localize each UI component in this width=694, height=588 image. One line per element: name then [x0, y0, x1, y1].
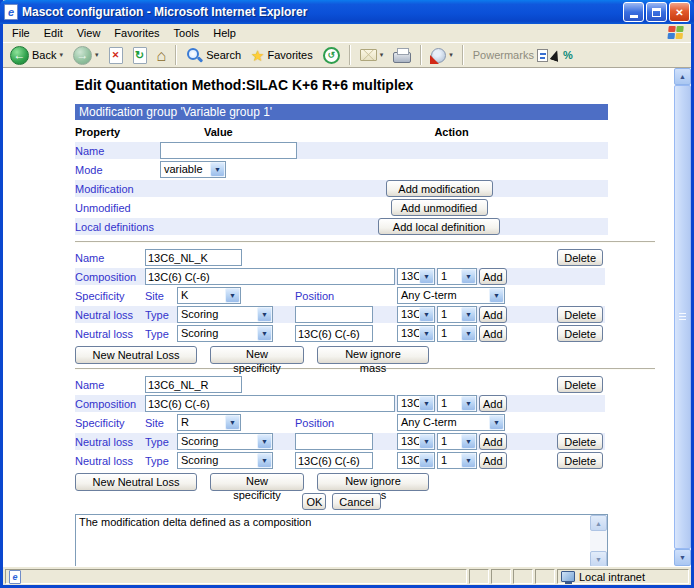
add-element-button[interactable]: Add — [479, 268, 507, 285]
add-nl-element-button[interactable]: Add — [479, 433, 507, 450]
textarea-scrollbar[interactable]: ▲ ▼ — [590, 515, 607, 566]
add-unmodified-button[interactable]: Add unmodified — [391, 199, 488, 216]
nl-type-select[interactable]: Scoring▼ — [177, 325, 273, 342]
scroll-up-button[interactable]: ▲ — [674, 68, 691, 85]
delete-mod-button[interactable]: Delete — [557, 249, 603, 266]
count-select[interactable]: 1▼ — [437, 268, 477, 285]
chevron-down-icon: ▼ — [257, 434, 272, 449]
maximize-button[interactable] — [646, 2, 667, 22]
scroll-down-button[interactable]: ▼ — [674, 549, 691, 566]
description-text[interactable]: The modification delta defined as a comp… — [76, 515, 590, 566]
delete-nl-button[interactable]: Delete — [557, 325, 603, 342]
powermarks-page-icon[interactable] — [537, 49, 548, 62]
add-nl-element-button[interactable]: Add — [479, 325, 507, 342]
nl-composition-input[interactable] — [295, 306, 373, 323]
nl-element-select[interactable]: 13C▼ — [397, 433, 435, 450]
menu-help[interactable]: Help — [206, 25, 243, 41]
add-element-button[interactable]: Add — [479, 395, 507, 412]
chevron-down-icon: ▼ — [257, 307, 272, 322]
scroll-down-icon[interactable]: ▼ — [590, 551, 607, 566]
nl-element-select[interactable]: 13C▼ — [397, 452, 435, 469]
minimize-button[interactable] — [623, 2, 644, 22]
add-nl-element-button[interactable]: Add — [479, 306, 507, 323]
cancel-button[interactable]: Cancel — [332, 493, 380, 510]
composition-input[interactable] — [145, 268, 395, 285]
nl-count-select[interactable]: 1▼ — [437, 433, 477, 450]
chevron-down-icon: ▼ — [210, 162, 225, 177]
element-select[interactable]: 13C▼ — [397, 395, 435, 412]
powermarks-pen-icon[interactable] — [549, 48, 561, 61]
mod-name-label: Name — [75, 376, 145, 393]
nl-composition-input[interactable] — [295, 325, 373, 342]
intranet-zone-icon — [561, 571, 575, 582]
nl-count-select[interactable]: 1▼ — [437, 452, 477, 469]
nl-type-select[interactable]: Scoring▼ — [177, 306, 273, 323]
scroll-up-icon[interactable]: ▲ — [590, 515, 607, 531]
stop-button[interactable]: ✕ — [106, 46, 126, 65]
powermarks-percent-icon[interactable]: % — [563, 49, 573, 61]
home-button[interactable]: ⌂ — [154, 46, 170, 65]
mod-name-input[interactable] — [145, 376, 242, 393]
description-textarea[interactable]: The modification delta defined as a comp… — [75, 514, 608, 566]
mode-select[interactable]: variable ▼ — [160, 161, 226, 178]
new-specificity-button[interactable]: New specificity — [210, 346, 304, 364]
nl-type-select-value: Scoring — [178, 434, 257, 449]
add-nl-element-button[interactable]: Add — [479, 452, 507, 469]
group-name-label: Name — [75, 142, 160, 159]
nl-composition-input[interactable] — [295, 433, 373, 450]
forward-button[interactable]: → ▾ — [70, 45, 102, 66]
delete-nl-button[interactable]: Delete — [557, 433, 603, 450]
nl-type-select[interactable]: Scoring▼ — [177, 433, 273, 450]
menu-edit[interactable]: Edit — [37, 25, 70, 41]
menu-view[interactable]: View — [70, 25, 108, 41]
count-select[interactable]: 1▼ — [437, 395, 477, 412]
new-ignore-mass-button[interactable]: New ignore mass — [317, 473, 429, 491]
new-ignore-mass-button[interactable]: New ignore mass — [317, 346, 429, 364]
convert-to-pdf-button[interactable]: ▾ — [428, 47, 456, 64]
add-local-definition-button[interactable]: Add local definition — [378, 218, 500, 235]
nl-element-select[interactable]: 13C▼ — [397, 306, 435, 323]
element-select[interactable]: 13C▼ — [397, 268, 435, 285]
vertical-scrollbar[interactable]: ▲ ▼ — [674, 68, 691, 566]
menu-favorites[interactable]: Favorites — [107, 25, 166, 41]
menu-file[interactable]: File — [5, 25, 37, 41]
close-button[interactable]: ✕ — [669, 2, 690, 22]
block-buttons-row: New Neutral Loss New specificity New ign… — [75, 346, 583, 364]
position-select[interactable]: Any C-term▼ — [397, 287, 505, 304]
add-modification-button[interactable]: Add modification — [386, 180, 493, 197]
print-button[interactable] — [390, 47, 414, 64]
nl-count-select[interactable]: 1▼ — [437, 325, 477, 342]
nl-count-select[interactable]: 1▼ — [437, 306, 477, 323]
ok-button[interactable]: OK — [302, 493, 326, 510]
group-local-definitions-row: Local definitions Add local definition — [75, 218, 608, 235]
neutral-loss-row: Neutral loss Type Scoring▼ 13C▼ 1▼ Add D… — [75, 325, 605, 342]
refresh-button[interactable]: ↻ — [130, 46, 150, 65]
new-specificity-button[interactable]: New specificity — [210, 473, 304, 491]
menu-tools[interactable]: Tools — [167, 25, 207, 41]
specificity-label: Specificity — [75, 287, 145, 304]
delete-nl-button[interactable]: Delete — [557, 452, 603, 469]
new-neutral-loss-button[interactable]: New Neutral Loss — [75, 346, 197, 364]
site-select[interactable]: K▼ — [177, 287, 241, 304]
mod-name-input[interactable] — [145, 249, 242, 266]
new-neutral-loss-button[interactable]: New Neutral Loss — [75, 473, 197, 491]
delete-mod-button[interactable]: Delete — [557, 376, 603, 393]
back-button[interactable]: ← Back ▾ — [7, 45, 66, 66]
scrollbar-thumb[interactable] — [674, 85, 691, 549]
position-select[interactable]: Any C-term▼ — [397, 414, 505, 431]
delete-nl-button[interactable]: Delete — [557, 306, 603, 323]
composition-input[interactable] — [145, 395, 395, 412]
site-label: Site — [145, 414, 177, 431]
nl-element-select[interactable]: 13C▼ — [397, 325, 435, 342]
position-select-value: Any C-term — [398, 288, 489, 303]
nl-composition-input[interactable] — [295, 452, 373, 469]
history-button[interactable]: ↺ — [320, 46, 343, 65]
home-icon: ⌂ — [157, 47, 167, 64]
nl-type-select[interactable]: Scoring▼ — [177, 452, 273, 469]
mod-specificity-row: Specificity Site R▼ Position Any C-term▼ — [75, 414, 605, 431]
favorites-button[interactable]: ★ Favorites — [248, 47, 316, 64]
group-name-input[interactable] — [160, 142, 297, 159]
search-button[interactable]: Search — [183, 46, 244, 65]
site-select[interactable]: R▼ — [177, 414, 241, 431]
mail-button[interactable]: ▾ — [357, 48, 387, 62]
